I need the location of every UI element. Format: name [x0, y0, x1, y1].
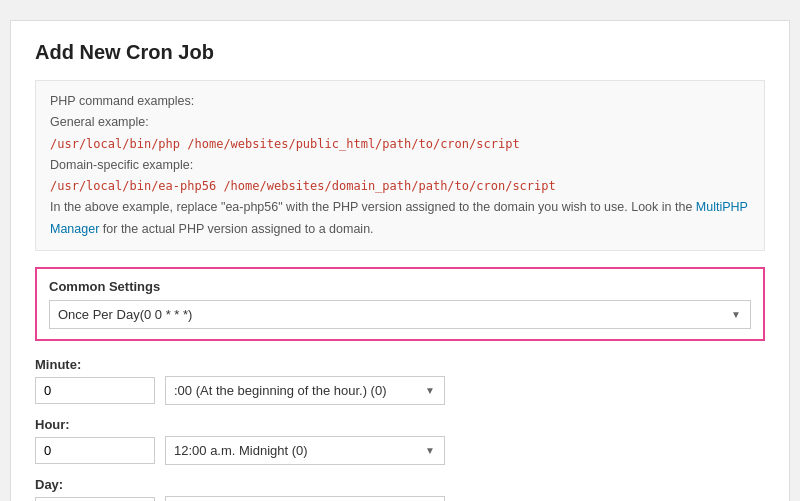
page-wrapper: Add New Cron Job PHP command examples: G…: [10, 20, 790, 501]
minute-field-row: Minute: :00 (At the beginning of the hou…: [35, 357, 765, 405]
minute-input[interactable]: [35, 377, 155, 404]
minute-select[interactable]: :00 (At the beginning of the hour.) (0) …: [165, 376, 445, 405]
info-box: PHP command examples: General example: /…: [35, 80, 765, 251]
common-settings-select-wrapper: Once Per Day(0 0 * * *) Once Per Hour(0 …: [49, 300, 751, 329]
day-input[interactable]: [35, 497, 155, 501]
hour-select-wrapper: 12:00 a.m. Midnight (0) 1:00 a.m. (1) 2:…: [165, 436, 445, 465]
hour-label: Hour:: [35, 417, 765, 432]
day-select[interactable]: Every Day (*) 1st (1) 2nd (2) 15th (15): [165, 496, 445, 501]
common-settings-label: Common Settings: [49, 279, 751, 294]
minute-label: Minute:: [35, 357, 765, 372]
hour-input[interactable]: [35, 437, 155, 464]
general-code: /usr/local/bin/php /home/websites/public…: [50, 137, 520, 151]
day-inline: Every Day (*) 1st (1) 2nd (2) 15th (15): [35, 496, 765, 501]
domain-label: Domain-specific example:: [50, 158, 193, 172]
day-select-wrapper: Every Day (*) 1st (1) 2nd (2) 15th (15): [165, 496, 445, 501]
common-settings-select[interactable]: Once Per Day(0 0 * * *) Once Per Hour(0 …: [49, 300, 751, 329]
minute-inline: :00 (At the beginning of the hour.) (0) …: [35, 376, 765, 405]
note-text2: for the actual PHP version assigned to a…: [99, 222, 373, 236]
common-settings-box: Common Settings Once Per Day(0 0 * * *) …: [35, 267, 765, 341]
general-label: General example:: [50, 115, 149, 129]
note-text: In the above example, replace "ea-php56"…: [50, 200, 696, 214]
hour-field-row: Hour: 12:00 a.m. Midnight (0) 1:00 a.m. …: [35, 417, 765, 465]
minute-select-wrapper: :00 (At the beginning of the hour.) (0) …: [165, 376, 445, 405]
day-label: Day:: [35, 477, 765, 492]
day-field-row: Day: Every Day (*) 1st (1) 2nd (2) 15th …: [35, 477, 765, 501]
hour-inline: 12:00 a.m. Midnight (0) 1:00 a.m. (1) 2:…: [35, 436, 765, 465]
domain-code: /usr/local/bin/ea-php56 /home/websites/d…: [50, 179, 556, 193]
hour-select[interactable]: 12:00 a.m. Midnight (0) 1:00 a.m. (1) 2:…: [165, 436, 445, 465]
page-title: Add New Cron Job: [35, 41, 765, 64]
php-examples-label: PHP command examples:: [50, 94, 194, 108]
